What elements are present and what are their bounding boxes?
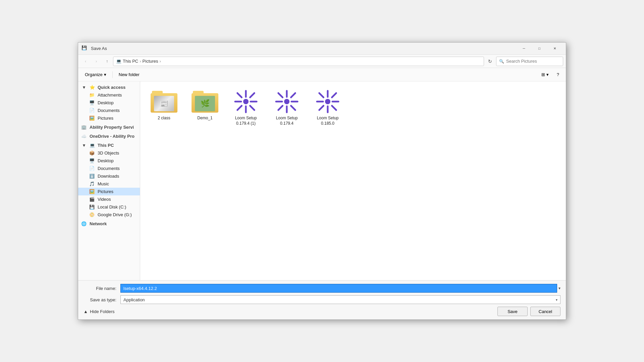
pictures-pc-icon: 🖼️ [89, 189, 95, 194]
svg-point-0 [243, 99, 249, 104]
file-name-loom1: Loom Setup0.179.4 (1) [235, 116, 257, 126]
minimize-button[interactable]: ─ [516, 43, 532, 54]
organize-chevron-icon: ▾ [104, 72, 106, 77]
forward-button[interactable]: › [92, 57, 101, 66]
svg-line-25 [332, 93, 336, 98]
save-type-value: Application [123, 297, 145, 302]
organize-button[interactable]: Organize ▾ [82, 70, 110, 79]
folder-thumbnail-2class: 📰 [151, 89, 177, 114]
back-button[interactable]: ‹ [81, 57, 90, 66]
file-item-loom3[interactable]: Loom Setup0.185.0 [309, 87, 346, 129]
desktop-pc-icon: 🖥️ [89, 158, 95, 163]
documents-pc-label: Documents [98, 166, 120, 171]
folder-thumbnail-demo1: 🌿 [192, 89, 218, 114]
file-item-loom1[interactable]: Loom Setup0.179.4 (1) [227, 87, 264, 129]
breadcrumb-separator-2: › [160, 59, 161, 64]
ability-label: Ability Property Servi [90, 125, 134, 130]
refresh-button[interactable]: ↻ [485, 57, 495, 66]
sidebar-item-music[interactable]: 🎵 Music [78, 180, 140, 188]
loom-thumbnail-2 [273, 89, 300, 114]
view-toggle-button[interactable]: ⊞ ▾ [538, 70, 552, 79]
save-type-dropdown[interactable]: Application ▾ [120, 295, 560, 304]
pictures-qa-label: Pictures [98, 116, 113, 121]
sidebar-item-local-disk[interactable]: 💾 Local Disk (C:) [78, 203, 140, 211]
desktop-qa-label: Desktop [98, 100, 114, 105]
svg-line-15 [291, 106, 296, 110]
sidebar-section-quick-access: ▾ ⭐ Quick access 📁 Attachments 🖥️ Deskto… [78, 83, 140, 122]
breadcrumb[interactable]: 💻 This PC › Pictures › [113, 57, 484, 66]
breadcrumb-computer-icon: 💻 [116, 59, 121, 64]
local-disk-icon: 💾 [89, 204, 95, 209]
sidebar: ▾ ⭐ Quick access 📁 Attachments 🖥️ Deskto… [78, 81, 140, 280]
network-label: Network [90, 221, 107, 226]
onedrive-label: OneDrive - Ability Pro [90, 134, 135, 139]
3d-objects-label: 3D Objects [98, 150, 119, 156]
google-drive-icon: 📀 [89, 212, 95, 217]
up-button[interactable]: ↑ [102, 57, 112, 66]
search-box[interactable]: 🔍 [496, 57, 563, 66]
hide-folders-label: Hide Folders [90, 309, 115, 314]
this-pc-collapse-icon: ▾ [81, 143, 87, 148]
pictures-qa-icon: 🖼️ [89, 116, 95, 121]
breadcrumb-this-pc[interactable]: This PC [123, 59, 138, 64]
maximize-button[interactable]: □ [532, 43, 547, 54]
new-folder-button[interactable]: New folder [115, 70, 143, 79]
sidebar-section-onedrive: ☁️ OneDrive - Ability Pro [78, 132, 140, 140]
hide-folders-button[interactable]: ▲ Hide Folders [84, 309, 115, 314]
downloads-label: Downloads [98, 174, 119, 179]
sidebar-item-network[interactable]: 🌐 Network [78, 220, 140, 228]
sidebar-item-quick-access[interactable]: ▾ ⭐ Quick access [78, 83, 140, 91]
loom-thumbnail-3 [314, 89, 341, 114]
svg-line-16 [291, 93, 296, 98]
sidebar-item-pictures-pc[interactable]: 🖼️ Pictures [78, 188, 140, 195]
file-item-demo1[interactable]: 🌿 Demo_1 [186, 87, 223, 129]
svg-point-9 [284, 99, 289, 104]
cancel-button[interactable]: Cancel [530, 307, 560, 316]
attachments-label: Attachments [98, 93, 122, 98]
sidebar-item-videos[interactable]: 🎬 Videos [78, 195, 140, 203]
file-item-2class[interactable]: 📰 2 class [146, 87, 182, 129]
file-name-dropdown-arrow[interactable]: ▾ [558, 286, 560, 291]
close-button[interactable]: ✕ [547, 43, 562, 54]
svg-line-26 [319, 106, 324, 110]
sidebar-item-3d-objects[interactable]: 📦 3D Objects [78, 149, 140, 157]
toolbar: Organize ▾ New folder ⊞ ▾ ? [78, 68, 566, 81]
sidebar-item-this-pc[interactable]: ▾ 💻 This PC [78, 141, 140, 149]
sidebar-item-ability[interactable]: 🏢 Ability Property Servi [78, 123, 140, 131]
file-grid: 📰 2 class 🌿 [146, 87, 560, 129]
attachments-icon: 📁 [89, 93, 95, 98]
file-name-loom3: Loom Setup0.185.0 [317, 116, 339, 126]
sidebar-item-desktop-qa[interactable]: 🖥️ Desktop [78, 99, 140, 107]
loom-thumbnail-1 [232, 89, 259, 114]
sidebar-item-pictures-qa[interactable]: 🖼️ Pictures [78, 114, 140, 122]
desktop-qa-icon: 🖥️ [89, 100, 95, 105]
search-input[interactable] [506, 59, 560, 64]
save-type-row: Save as type: Application ▾ [84, 295, 560, 304]
sidebar-item-onedrive[interactable]: ☁️ OneDrive - Ability Pro [78, 132, 140, 140]
sidebar-item-attachments[interactable]: 📁 Attachments [78, 91, 140, 99]
sidebar-item-google-drive[interactable]: 📀 Google Drive (G:) [78, 211, 140, 219]
videos-icon: 🎬 [89, 197, 95, 202]
sidebar-item-downloads[interactable]: ⬇️ Downloads [78, 172, 140, 180]
main-area: ▾ ⭐ Quick access 📁 Attachments 🖥️ Deskto… [78, 81, 566, 280]
svg-line-5 [237, 93, 242, 98]
help-button[interactable]: ? [553, 70, 562, 79]
google-drive-label: Google Drive (G:) [98, 212, 132, 217]
sidebar-item-desktop-pc[interactable]: 🖥️ Desktop [78, 157, 140, 165]
breadcrumb-separator-1: › [140, 59, 141, 64]
save-button[interactable]: Save [497, 307, 528, 316]
documents-qa-icon: 📄 [89, 108, 95, 113]
svg-line-24 [332, 106, 336, 110]
quick-access-label: Quick access [98, 85, 125, 90]
sidebar-item-documents-qa[interactable]: 📄 Documents [78, 107, 140, 114]
svg-line-7 [250, 93, 255, 98]
file-name-input[interactable] [120, 284, 557, 293]
dialog-icon: 💾 [82, 45, 88, 52]
breadcrumb-pictures[interactable]: Pictures [143, 59, 158, 64]
file-item-loom2[interactable]: Loom Setup0.179.4 [268, 87, 305, 129]
file-name-label: File name: [84, 286, 120, 291]
title-bar: 💾 Save As ─ □ ✕ [78, 43, 566, 55]
file-name-demo1: Demo_1 [197, 116, 212, 121]
sidebar-section-network: 🌐 Network [78, 220, 140, 228]
sidebar-item-documents-pc[interactable]: 📄 Documents [78, 165, 140, 172]
